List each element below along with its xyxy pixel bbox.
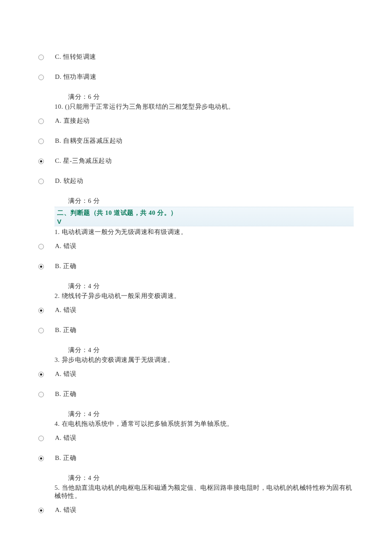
tf2-text: 2. 绕线转子异步电动机一般采用变极调速。 xyxy=(55,292,354,300)
radio-selected-icon xyxy=(38,456,44,461)
q9-option-d[interactable]: D. 恒功率调速 xyxy=(38,73,354,81)
option-label: A. 错误 xyxy=(55,434,77,442)
q10-option-c[interactable]: C. 星-三角减压起动 xyxy=(38,157,354,165)
radio-unselected-icon xyxy=(38,139,44,144)
option-label: D. 恒功率调速 xyxy=(55,73,96,81)
document-page: C. 恒转矩调速 D. 恒功率调速 满分：6 分 10. ()只能用于正常运行为… xyxy=(0,0,392,552)
section2-count: 10 xyxy=(105,209,112,216)
option-label: B. 自耦变压器减压起动 xyxy=(55,137,123,145)
section2-points: 40 xyxy=(149,209,156,216)
tf3-score: 满分：4 分 xyxy=(68,410,354,418)
option-label: B. 正确 xyxy=(55,262,76,270)
tf2-score: 满分：4 分 xyxy=(68,346,354,354)
q10-text: 10. ()只能用于正常运行为三角形联结的三相笼型异步电动机。 xyxy=(55,103,354,111)
radio-unselected-icon xyxy=(38,75,44,80)
radio-unselected-icon xyxy=(38,244,44,249)
tf2-option-a[interactable]: A. 错误 xyxy=(38,306,354,314)
radio-unselected-icon xyxy=(38,392,44,397)
radio-selected-icon xyxy=(38,372,44,377)
option-label: B. 正确 xyxy=(55,326,76,334)
q10-score: 满分：6 分 xyxy=(68,197,354,205)
radio-unselected-icon xyxy=(38,119,44,124)
option-label: C. 恒转矩调速 xyxy=(55,53,96,61)
option-label: B. 正确 xyxy=(55,390,76,398)
option-label: A. 直接起动 xyxy=(55,117,90,125)
tf4-text: 4. 在电机拖动系统中，通常可以把多轴系统折算为单轴系统。 xyxy=(55,420,354,428)
tf1-option-b[interactable]: B. 正确 xyxy=(38,262,354,270)
tf3-option-a[interactable]: A. 错误 xyxy=(38,370,354,378)
radio-unselected-icon xyxy=(38,436,44,441)
tf4-option-a[interactable]: A. 错误 xyxy=(38,434,354,442)
q10-option-b[interactable]: B. 自耦变压器减压起动 xyxy=(38,137,354,145)
option-label: A. 错误 xyxy=(55,306,77,314)
tf1-text: 1. 电动机调速一般分为无级调速和有级调速。 xyxy=(55,228,354,236)
tf1-option-a[interactable]: A. 错误 xyxy=(38,242,354,250)
q9-option-c[interactable]: C. 恒转矩调速 xyxy=(38,53,354,61)
tf3-option-b[interactable]: B. 正确 xyxy=(38,390,354,398)
tf4-score: 满分：4 分 xyxy=(68,474,354,482)
option-label: D. 软起动 xyxy=(55,177,83,185)
tf2-option-b[interactable]: B. 正确 xyxy=(38,326,354,334)
option-label: B. 正确 xyxy=(55,454,76,462)
q10-option-d[interactable]: D. 软起动 xyxy=(38,177,354,185)
option-label: C. 星-三角减压起动 xyxy=(55,157,112,165)
radio-selected-icon xyxy=(38,159,44,164)
radio-unselected-icon xyxy=(38,179,44,184)
option-label: A. 错误 xyxy=(55,506,77,514)
radio-unselected-icon xyxy=(38,55,44,60)
radio-selected-icon xyxy=(38,508,44,513)
q9-score: 满分：6 分 xyxy=(68,93,354,101)
tf5-option-a[interactable]: A. 错误 xyxy=(38,506,354,514)
option-label: A. 错误 xyxy=(55,370,77,378)
tf4-option-b[interactable]: B. 正确 xyxy=(38,454,354,462)
tf3-text: 3. 异步电动机的变极调速属于无级调速。 xyxy=(55,356,354,364)
tf5-text: 5. 当他励直流电动机的电枢电压和磁通为额定值、电枢回路串接电阻时，电动机的机械… xyxy=(55,484,354,500)
radio-unselected-icon xyxy=(38,328,44,333)
q10-option-a[interactable]: A. 直接起动 xyxy=(38,117,354,125)
section2-header: 二、判断题（共 10 道试题，共 40 分。） V xyxy=(55,207,354,226)
radio-selected-icon xyxy=(38,308,44,313)
section2-v: V xyxy=(57,218,351,225)
option-label: A. 错误 xyxy=(55,242,77,250)
tf1-score: 满分：4 分 xyxy=(68,282,354,290)
section2-title-part: 分。） xyxy=(156,209,177,216)
section2-title-part: 道试题，共 xyxy=(112,209,149,216)
radio-selected-icon xyxy=(38,264,44,269)
section2-title-part: 二、判断题（共 xyxy=(57,209,105,216)
